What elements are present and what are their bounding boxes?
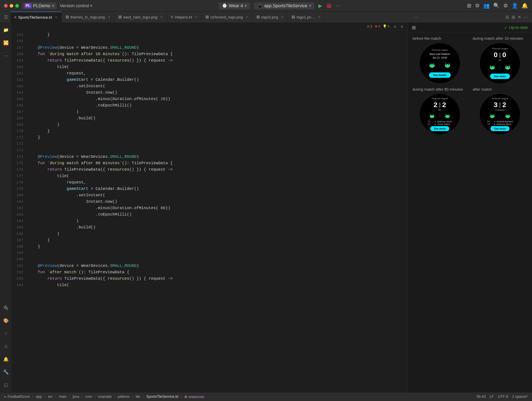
hint-count[interactable]: 💡 5	[383, 24, 389, 28]
titlebar: PL PLDemo ▾ Version control ▾ ⌚ Wear 4 ▾…	[0, 0, 532, 12]
svg-line-5	[433, 63, 434, 64]
image-file-icon: 🖼	[257, 15, 260, 19]
divider	[440, 63, 440, 67]
tab-label: logo1.pn…	[297, 15, 315, 19]
tab-close-icon[interactable]: ✕	[318, 15, 320, 19]
split-editor-icon[interactable]: ⊟	[506, 15, 509, 20]
see-more-button-after[interactable]: See more	[490, 126, 510, 131]
code-line: 183 .toEpochMilli()	[12, 211, 407, 218]
tab-close-icon[interactable]: ✕	[195, 15, 197, 19]
bottom-left-icon[interactable]: ◱	[2, 381, 10, 389]
svg-point-13	[448, 65, 449, 65]
indent-info: 2 spaces*	[512, 395, 528, 399]
svg-rect-73	[493, 117, 493, 118]
service-selector[interactable]: 📱 app.SportsTileService ▾	[254, 2, 314, 9]
build-icon[interactable]: 🔧	[2, 368, 10, 376]
tab-logo2[interactable]: 🖼 logo2.png ✕	[253, 12, 288, 23]
account-icon[interactable]: 👤	[512, 3, 518, 9]
breadcrumb-java: java	[73, 395, 79, 399]
sidebar-toggle-icon[interactable]: ☰	[2, 15, 10, 20]
match-minute: 10'	[498, 59, 501, 62]
preview-header: ▦ ✓ Up-to-date	[408, 23, 532, 32]
line-number: 159	[12, 58, 28, 64]
line-number: 186	[12, 231, 28, 237]
svg-line-49	[433, 114, 434, 114]
tab-helpers-kt[interactable]: K Helpers.kt ✕	[167, 12, 202, 23]
code-line: 185 .build()	[12, 224, 407, 231]
svg-rect-70	[490, 115, 490, 117]
maximize-button[interactable]	[15, 4, 19, 8]
line-code: )	[28, 109, 407, 115]
line-code: tile(	[28, 282, 407, 288]
settings-icon[interactable]: ⚙	[475, 3, 480, 9]
design-tools-icon[interactable]: 🎨	[2, 317, 10, 325]
warning-count[interactable]: ⚠ 1	[367, 24, 372, 28]
search-icon[interactable]: 🔍	[493, 3, 500, 9]
editor-layout-icon[interactable]: ⊞	[512, 15, 515, 20]
tile-icon[interactable]: ⊞	[467, 3, 471, 9]
device-dropdown-icon: ▾	[245, 3, 247, 8]
line-number: 179	[12, 186, 28, 192]
tab-west-ham-logo[interactable]: 🖼 west_ham_logo.png ✕	[114, 12, 167, 23]
run-button[interactable]: ▶	[318, 3, 322, 9]
tab-themes-fc-logo[interactable]: 🖼 themes_fc_logo.png ✕	[62, 12, 114, 23]
notifications-icon[interactable]: 🔔	[522, 3, 528, 9]
tab-close-icon[interactable]: ✕	[160, 15, 163, 19]
line-number: 166	[12, 102, 28, 108]
project-files-icon[interactable]: 📁	[2, 26, 10, 34]
overflow-tabs-icon[interactable]: ⋯	[524, 15, 528, 20]
minimize-button[interactable]	[10, 4, 13, 8]
breadcrumb-pldemo: pldemo	[118, 395, 130, 399]
tab-close-icon[interactable]: ✕	[108, 15, 110, 19]
traffic-lights	[4, 4, 19, 8]
lint-nav-down[interactable]: ∨	[400, 24, 404, 29]
see-details-button[interactable]: See details	[429, 72, 451, 78]
code-line: 193 return TilePreviewData({ resources()…	[12, 276, 407, 282]
line-number: 183	[12, 211, 28, 217]
svg-rect-38	[505, 67, 506, 68]
error-count[interactable]: ⊗ 4	[375, 24, 380, 28]
more-sidebar-icon[interactable]: ⋯	[2, 52, 10, 60]
home-team-icon	[428, 112, 436, 119]
svg-rect-75	[506, 115, 510, 117]
lint-nav-up[interactable]: ∧	[393, 24, 397, 29]
code-content[interactable]: 155 }156157 @Preview(device = WearDevice…	[12, 30, 407, 392]
debug-button[interactable]: 🐞	[326, 3, 332, 9]
line-code: .setInstant(	[28, 83, 407, 89]
preview-layout-icon[interactable]: ▦	[412, 25, 416, 30]
plugins-icon[interactable]: 🔌	[2, 304, 10, 312]
close-button[interactable]	[4, 4, 8, 8]
version-control-selector[interactable]: Version control ▾	[60, 3, 93, 8]
home-score: 2	[434, 101, 437, 109]
problems-icon[interactable]: ⚠	[2, 342, 10, 351]
see-more-button-10[interactable]: See more	[490, 74, 510, 79]
line-code: .build()	[28, 224, 407, 231]
watch-face-80: Fictional League 2 | 2 80'	[420, 94, 460, 134]
project-selector[interactable]: PL PLDemo ▾	[22, 2, 57, 9]
svg-rect-63	[448, 117, 448, 118]
see-more-button-80[interactable]: See more	[430, 126, 449, 131]
breadcrumb-resources: ⊗ resources	[184, 395, 204, 399]
svg-rect-41	[508, 68, 509, 70]
svg-point-35	[508, 67, 509, 67]
notifications-sidebar-icon[interactable]: 🔔	[2, 355, 10, 363]
tab-richmond-logo[interactable]: 🖼 richmond_logo.png ✕	[202, 12, 253, 23]
line-code: .setInstant(	[28, 192, 407, 198]
line-code: .toEpochMilli()	[28, 211, 407, 218]
line-code: Instant.now()	[28, 198, 407, 205]
tab-logo1[interactable]: 🖼 logo1.pn… ✕	[288, 12, 325, 23]
vcs-icon[interactable]: 🔀	[2, 39, 10, 47]
close-preview-icon[interactable]: ✕	[518, 15, 521, 20]
more-actions-button[interactable]: ⋯	[336, 3, 341, 9]
device-selector[interactable]: ⌚ Wear 4 ▾	[219, 2, 250, 9]
share-icon[interactable]: 👥	[483, 3, 490, 9]
line-number: 175	[12, 160, 28, 166]
more-tabs-icon[interactable]: ⋯	[411, 15, 420, 20]
svg-rect-6	[429, 65, 430, 66]
tab-close-icon[interactable]: ✕	[246, 15, 248, 19]
tab-close-icon[interactable]: ✕	[55, 15, 57, 19]
git-icon[interactable]: ⑂	[2, 330, 10, 338]
tab-close-icon[interactable]: ✕	[281, 15, 284, 19]
tab-sports-tile-service[interactable]: K SportsTileService.kt ✕	[10, 12, 62, 23]
preferences-icon[interactable]: ⚙	[503, 3, 508, 9]
